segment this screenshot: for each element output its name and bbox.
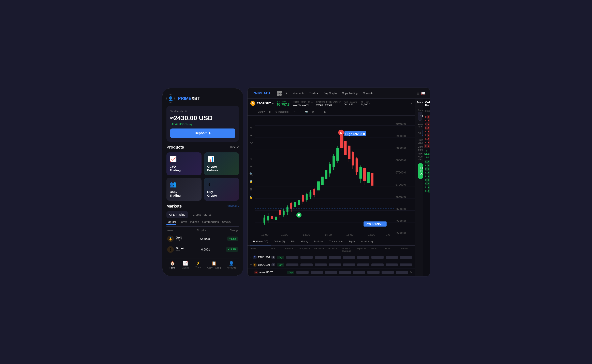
subtab-indices[interactable]: Indices xyxy=(190,220,199,225)
add-indicator-btn[interactable]: ＋ xyxy=(250,110,255,114)
lock-tool[interactable]: 🔓 xyxy=(248,179,254,184)
markets-header: Markets Show all › xyxy=(166,204,239,208)
brand-suffix: XBT xyxy=(191,96,200,101)
emoji-tool[interactable]: ☺ xyxy=(248,156,254,161)
magnet-tool[interactable]: 🔒 xyxy=(248,194,254,200)
subtab-stocks[interactable]: Stocks xyxy=(222,220,230,225)
market-tab-futures[interactable]: Crypto Futures xyxy=(190,211,214,218)
product-cfd[interactable]: 📈 CFDTrading xyxy=(166,152,202,175)
deposit-button[interactable]: Deposit ⬇ xyxy=(170,129,235,138)
btc-side: Buy xyxy=(277,263,284,266)
svg-rect-75 xyxy=(344,141,347,155)
subtab-commodities[interactable]: Commodities xyxy=(202,220,219,225)
tab-equity[interactable]: Equity xyxy=(346,238,358,246)
user-avatar[interactable]: 👤 xyxy=(166,94,175,103)
tab-positions[interactable]: Positions (10) xyxy=(250,238,271,246)
positions-table-header: Asset Side Amount Entry Price Mark Price… xyxy=(247,246,415,254)
subtab-forex[interactable]: Forex xyxy=(179,220,187,225)
asset-row-gold[interactable]: 🥇 Gold GOLD 72.8028 +1.5% xyxy=(166,234,239,244)
margin-type-row: Margin Type Cross 100x ✎ xyxy=(418,123,421,128)
position-row-avax[interactable]: A AVAX/USDT Buy ✎ xyxy=(247,269,415,276)
position-row-eth[interactable]: ▾ Ξ ETH/USDT 4 Buy xyxy=(247,254,415,261)
eye-icon[interactable]: 👁 xyxy=(184,110,188,113)
book-icon[interactable]: 📖 xyxy=(421,91,426,96)
text-tool[interactable]: T xyxy=(248,148,254,154)
nav-copy-trading[interactable]: Copy Trading xyxy=(340,90,359,96)
tab-transactions[interactable]: Transactions xyxy=(326,238,346,246)
grid-menu-icon[interactable] xyxy=(277,91,282,96)
tab-statistics[interactable]: Statistics xyxy=(311,238,326,246)
asset-row-btc[interactable]: ₿ Bitcoin BTC 0.6801 +23.7% xyxy=(166,244,239,255)
avax-mark-price xyxy=(325,271,337,274)
crosshair-tool[interactable]: ✛ xyxy=(248,117,254,123)
undo-btn[interactable]: ↩ xyxy=(291,110,296,114)
nav-trade[interactable]: ⚡ Trade xyxy=(195,261,201,269)
tab-orders[interactable]: Orders (1) xyxy=(271,238,288,246)
products-title: Products xyxy=(166,145,184,150)
bid-row-5: 61,633.5 0.034 0.039 xyxy=(423,175,429,178)
nav-accounts[interactable]: 👤 Accounts xyxy=(227,261,236,269)
ask-row-9: 61,631.1 1.032 1.030 xyxy=(423,144,429,148)
ask-row-1: 61,639.6 0.002 3.011 xyxy=(423,115,429,119)
product-buycrypto[interactable]: ₿ BuyCrypto xyxy=(204,178,239,201)
bid-row-7: 61,631.2 0.438 0.054 xyxy=(423,182,429,185)
order-tab-market[interactable]: Market xyxy=(415,99,423,106)
eth-coin-icon: Ξ xyxy=(253,255,257,260)
ask-row-5: 61,636.1 0.002 2.333 xyxy=(423,130,429,133)
ask-row-8: 61,632.6 0.004 1.549 xyxy=(423,141,429,144)
nav-buy-crypto[interactable]: Buy Crypto xyxy=(322,90,338,96)
products-header: Products Hide ⤢ xyxy=(166,145,239,150)
futures-icon: 📊 xyxy=(207,156,236,162)
buycrypto-label: BuyCrypto xyxy=(207,190,236,197)
position-row-btc[interactable]: ▾ B BTC/USDT 4 Buy xyxy=(247,261,415,269)
nav-accounts[interactable]: Accounts xyxy=(291,90,306,96)
tab-fills[interactable]: Fills xyxy=(288,238,298,246)
show-all-button[interactable]: Show all › xyxy=(227,204,239,208)
redo-btn[interactable]: ↪ xyxy=(297,110,302,114)
place-order-button[interactable]: Place Buy Order xyxy=(418,163,423,179)
timeframe-selector[interactable]: 15m ▾ xyxy=(257,110,266,114)
eth-liq-price xyxy=(329,256,341,259)
ask-row-2: 61,639.1 0.001 3.009 xyxy=(423,119,429,122)
indicators-btn[interactable]: ⊙ Indicators xyxy=(274,110,290,114)
tab-history[interactable]: History xyxy=(298,238,311,246)
snapshot-btn[interactable]: 📷 xyxy=(304,110,309,114)
product-copy[interactable]: 👥 CopyTrading xyxy=(166,178,202,201)
fib-tool[interactable]: ⌥ xyxy=(248,140,254,146)
chevron-down-icon[interactable]: ▾ xyxy=(250,256,252,259)
pen-tool[interactable]: ✎ xyxy=(248,125,254,130)
btc-names: Bitcoin BTC xyxy=(176,247,185,252)
layers-tool[interactable]: ⊞ xyxy=(248,187,254,192)
nav-markets[interactable]: 📈 Markets xyxy=(182,261,189,269)
nav-trade[interactable]: Trade ▾ xyxy=(307,90,320,96)
nav-home[interactable]: 🏠 Home xyxy=(169,261,175,269)
line-tool[interactable]: ≡ xyxy=(248,133,254,138)
tab-activity-log[interactable]: Activity log xyxy=(358,238,376,246)
chart-type-btn[interactable]: ⌇⌇ xyxy=(268,110,273,114)
symbol-selector[interactable]: B BTC/USDT ▾ xyxy=(250,101,274,106)
order-book-panel: Order Book 0.1 ⊟ ⟳ ⚙ Price Amount, BTC T… xyxy=(423,99,429,276)
desktop-app: ·PRIMEXBT ▾ Accounts Trade ▾ Buy Crypto … xyxy=(247,88,430,276)
btc-chevron-icon[interactable]: ▾ xyxy=(250,263,252,266)
settings-btn[interactable]: ⚙ xyxy=(311,110,315,114)
hide-button[interactable]: Hide ⤢ xyxy=(230,145,239,149)
candlestick-chart: 69500.0 69000.0 68500.0 68000.0 67500.0 … xyxy=(255,116,415,238)
edit-icon[interactable]: ✎ xyxy=(410,271,412,274)
product-futures[interactable]: 📊 CryptoFutures xyxy=(204,152,239,175)
more-btn[interactable]: ··· xyxy=(317,110,321,114)
svg-rect-81 xyxy=(356,158,358,172)
svg-rect-51 xyxy=(310,192,312,197)
zoom-tool[interactable]: 🔍 xyxy=(248,171,254,177)
symbol-name: BTC/USDT xyxy=(256,102,271,105)
chevron-down-icon[interactable]: ▾ xyxy=(286,91,287,95)
ruler-tool[interactable]: ✏ xyxy=(248,163,254,169)
nav-copy-trading[interactable]: 📋 Copy-Trading xyxy=(207,261,221,269)
amount-input[interactable] xyxy=(420,115,423,118)
more-stats-icon[interactable]: › xyxy=(411,102,412,105)
market-tab-cfd[interactable]: CFD Trading xyxy=(166,211,188,218)
avax-exposure xyxy=(367,271,379,274)
fullscreen-btn[interactable]: ⊡ xyxy=(323,110,327,114)
expand-icon[interactable]: ⊞ xyxy=(416,91,419,96)
subtab-popular[interactable]: Popular xyxy=(166,220,176,225)
nav-contests[interactable]: Contests xyxy=(361,90,375,96)
